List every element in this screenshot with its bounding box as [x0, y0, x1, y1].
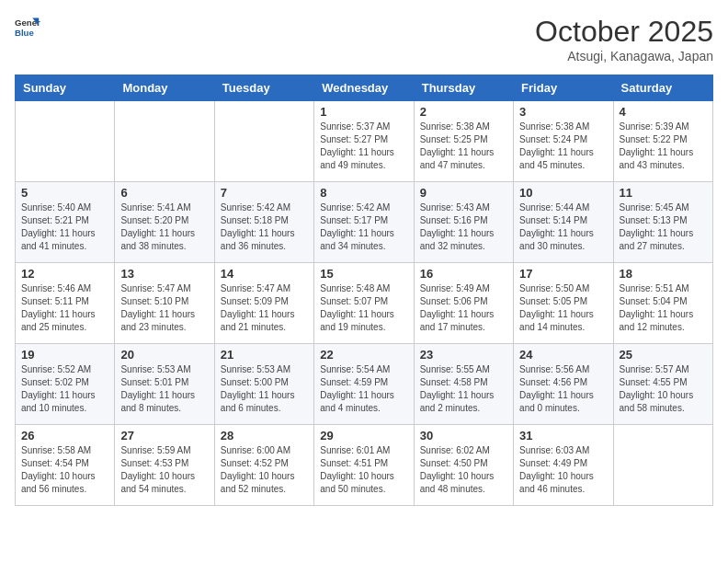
day-info: Sunrise: 6:00 AM Sunset: 4:52 PM Dayligh…	[221, 444, 308, 496]
day-number: 24	[519, 348, 607, 362]
calendar-day-10: 10Sunrise: 5:44 AM Sunset: 5:14 PM Dayli…	[514, 182, 613, 263]
calendar-day-27: 27Sunrise: 5:59 AM Sunset: 4:53 PM Dayli…	[115, 425, 214, 506]
day-number: 27	[120, 429, 208, 442]
day-number: 28	[221, 429, 308, 442]
location-title: Atsugi, Kanagawa, Japan	[535, 49, 713, 63]
day-number: 13	[120, 267, 208, 281]
day-number: 31	[519, 429, 607, 442]
day-info: Sunrise: 5:48 AM Sunset: 5:07 PM Dayligh…	[320, 282, 407, 334]
day-number: 21	[221, 348, 308, 362]
day-info: Sunrise: 5:42 AM Sunset: 5:17 PM Dayligh…	[320, 201, 407, 253]
day-info: Sunrise: 5:57 AM Sunset: 4:55 PM Dayligh…	[620, 363, 707, 415]
day-number: 18	[620, 267, 707, 281]
calendar-day-25: 25Sunrise: 5:57 AM Sunset: 4:55 PM Dayli…	[613, 344, 712, 425]
month-title: October 2025	[535, 15, 713, 49]
calendar-week-row: 12Sunrise: 5:46 AM Sunset: 5:11 PM Dayli…	[16, 263, 713, 344]
day-number: 5	[21, 186, 108, 200]
day-number: 16	[420, 267, 507, 281]
day-info: Sunrise: 5:42 AM Sunset: 5:18 PM Dayligh…	[221, 201, 308, 253]
calendar-day-16: 16Sunrise: 5:49 AM Sunset: 5:06 PM Dayli…	[414, 263, 513, 344]
day-info: Sunrise: 5:52 AM Sunset: 5:02 PM Dayligh…	[21, 363, 108, 415]
calendar-week-row: 26Sunrise: 5:58 AM Sunset: 4:54 PM Dayli…	[16, 425, 713, 506]
calendar-day-7: 7Sunrise: 5:42 AM Sunset: 5:18 PM Daylig…	[214, 182, 313, 263]
calendar-day-22: 22Sunrise: 5:54 AM Sunset: 4:59 PM Dayli…	[314, 344, 414, 425]
calendar-day-2: 2Sunrise: 5:38 AM Sunset: 5:25 PM Daylig…	[414, 101, 513, 182]
calendar-day-1: 1Sunrise: 5:37 AM Sunset: 5:27 PM Daylig…	[314, 101, 414, 182]
weekday-header-saturday: Saturday	[613, 75, 712, 101]
day-info: Sunrise: 6:01 AM Sunset: 4:51 PM Dayligh…	[320, 444, 407, 496]
day-info: Sunrise: 5:59 AM Sunset: 4:53 PM Dayligh…	[120, 444, 208, 496]
day-info: Sunrise: 5:47 AM Sunset: 5:10 PM Dayligh…	[120, 282, 208, 334]
calendar-day-23: 23Sunrise: 5:55 AM Sunset: 4:58 PM Dayli…	[414, 344, 513, 425]
calendar-day-17: 17Sunrise: 5:50 AM Sunset: 5:05 PM Dayli…	[514, 263, 613, 344]
calendar-week-row: 5Sunrise: 5:40 AM Sunset: 5:21 PM Daylig…	[16, 182, 713, 263]
calendar-day-9: 9Sunrise: 5:43 AM Sunset: 5:16 PM Daylig…	[414, 182, 513, 263]
calendar-day-31: 31Sunrise: 6:03 AM Sunset: 4:49 PM Dayli…	[514, 425, 613, 506]
day-info: Sunrise: 5:37 AM Sunset: 5:27 PM Dayligh…	[320, 121, 407, 172]
day-number: 22	[320, 348, 407, 362]
calendar-day-12: 12Sunrise: 5:46 AM Sunset: 5:11 PM Dayli…	[16, 263, 115, 344]
day-number: 14	[221, 267, 308, 281]
calendar-empty-cell	[115, 101, 214, 182]
day-info: Sunrise: 5:53 AM Sunset: 5:01 PM Dayligh…	[120, 363, 208, 415]
day-info: Sunrise: 5:38 AM Sunset: 5:24 PM Dayligh…	[519, 121, 607, 172]
calendar-day-4: 4Sunrise: 5:39 AM Sunset: 5:22 PM Daylig…	[613, 101, 712, 182]
calendar-day-30: 30Sunrise: 6:02 AM Sunset: 4:50 PM Dayli…	[414, 425, 513, 506]
calendar-day-15: 15Sunrise: 5:48 AM Sunset: 5:07 PM Dayli…	[314, 263, 414, 344]
day-info: Sunrise: 5:47 AM Sunset: 5:09 PM Dayligh…	[221, 282, 308, 334]
calendar-day-18: 18Sunrise: 5:51 AM Sunset: 5:04 PM Dayli…	[613, 263, 712, 344]
day-number: 20	[120, 348, 208, 362]
day-info: Sunrise: 5:44 AM Sunset: 5:14 PM Dayligh…	[519, 201, 607, 253]
weekday-header-thursday: Thursday	[414, 75, 513, 101]
day-number: 12	[21, 267, 108, 281]
day-number: 29	[320, 429, 407, 442]
calendar-empty-cell	[16, 101, 115, 182]
day-number: 3	[519, 105, 607, 119]
day-info: Sunrise: 5:53 AM Sunset: 5:00 PM Dayligh…	[221, 363, 308, 415]
day-number: 15	[320, 267, 407, 281]
day-info: Sunrise: 5:41 AM Sunset: 5:20 PM Dayligh…	[120, 201, 208, 253]
calendar-day-13: 13Sunrise: 5:47 AM Sunset: 5:10 PM Dayli…	[115, 263, 214, 344]
calendar-week-row: 1Sunrise: 5:37 AM Sunset: 5:27 PM Daylig…	[16, 101, 713, 182]
logo-icon: General Blue	[15, 15, 40, 40]
day-info: Sunrise: 5:55 AM Sunset: 4:58 PM Dayligh…	[420, 363, 507, 415]
calendar-day-19: 19Sunrise: 5:52 AM Sunset: 5:02 PM Dayli…	[16, 344, 115, 425]
calendar-day-11: 11Sunrise: 5:45 AM Sunset: 5:13 PM Dayli…	[613, 182, 712, 263]
day-number: 26	[21, 429, 108, 442]
day-number: 8	[320, 186, 407, 200]
day-info: Sunrise: 5:39 AM Sunset: 5:22 PM Dayligh…	[620, 121, 707, 172]
weekday-header-tuesday: Tuesday	[214, 75, 313, 101]
day-number: 17	[519, 267, 607, 281]
calendar-day-14: 14Sunrise: 5:47 AM Sunset: 5:09 PM Dayli…	[214, 263, 313, 344]
day-info: Sunrise: 5:43 AM Sunset: 5:16 PM Dayligh…	[420, 201, 507, 253]
calendar-empty-cell	[613, 425, 712, 506]
day-info: Sunrise: 5:49 AM Sunset: 5:06 PM Dayligh…	[420, 282, 507, 334]
weekday-header-row: SundayMondayTuesdayWednesdayThursdayFrid…	[16, 75, 713, 101]
day-info: Sunrise: 5:56 AM Sunset: 4:56 PM Dayligh…	[519, 363, 607, 415]
day-number: 11	[620, 186, 707, 200]
day-info: Sunrise: 6:02 AM Sunset: 4:50 PM Dayligh…	[420, 444, 507, 496]
calendar-day-20: 20Sunrise: 5:53 AM Sunset: 5:01 PM Dayli…	[115, 344, 214, 425]
calendar-day-8: 8Sunrise: 5:42 AM Sunset: 5:17 PM Daylig…	[314, 182, 414, 263]
calendar-day-29: 29Sunrise: 6:01 AM Sunset: 4:51 PM Dayli…	[314, 425, 414, 506]
calendar-table: SundayMondayTuesdayWednesdayThursdayFrid…	[15, 75, 713, 506]
weekday-header-friday: Friday	[514, 75, 613, 101]
day-number: 1	[320, 105, 407, 119]
day-info: Sunrise: 5:51 AM Sunset: 5:04 PM Dayligh…	[620, 282, 707, 334]
svg-text:Blue: Blue	[15, 28, 34, 38]
day-number: 30	[420, 429, 507, 442]
day-info: Sunrise: 5:54 AM Sunset: 4:59 PM Dayligh…	[320, 363, 407, 415]
calendar-day-26: 26Sunrise: 5:58 AM Sunset: 4:54 PM Dayli…	[16, 425, 115, 506]
calendar-week-row: 19Sunrise: 5:52 AM Sunset: 5:02 PM Dayli…	[16, 344, 713, 425]
day-number: 2	[420, 105, 507, 119]
calendar-day-21: 21Sunrise: 5:53 AM Sunset: 5:00 PM Dayli…	[214, 344, 313, 425]
day-number: 7	[221, 186, 308, 200]
weekday-header-sunday: Sunday	[16, 75, 115, 101]
day-number: 10	[519, 186, 607, 200]
day-info: Sunrise: 5:46 AM Sunset: 5:11 PM Dayligh…	[21, 282, 108, 334]
day-info: Sunrise: 5:58 AM Sunset: 4:54 PM Dayligh…	[21, 444, 108, 496]
calendar-day-6: 6Sunrise: 5:41 AM Sunset: 5:20 PM Daylig…	[115, 182, 214, 263]
day-info: Sunrise: 5:40 AM Sunset: 5:21 PM Dayligh…	[21, 201, 108, 253]
calendar-day-28: 28Sunrise: 6:00 AM Sunset: 4:52 PM Dayli…	[214, 425, 313, 506]
day-number: 25	[620, 348, 707, 362]
